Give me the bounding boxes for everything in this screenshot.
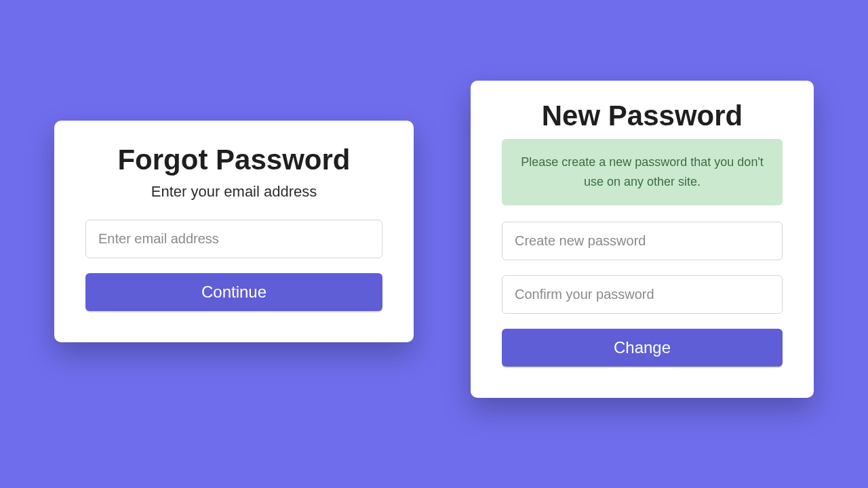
new-password-card: New Password Please create a new passwor…: [471, 81, 814, 398]
forgot-subtitle: Enter your email address: [85, 183, 382, 201]
forgot-title: Forgot Password: [85, 144, 382, 176]
new-password-field[interactable]: [502, 222, 783, 260]
forgot-password-card: Forgot Password Enter your email address…: [54, 121, 414, 342]
password-instruction-alert: Please create a new password that you do…: [502, 139, 783, 205]
confirm-password-field[interactable]: [502, 275, 783, 314]
email-field[interactable]: [85, 220, 382, 258]
newpw-title: New Password: [502, 100, 783, 132]
change-button[interactable]: Change: [502, 329, 783, 367]
continue-button[interactable]: Continue: [85, 273, 382, 311]
